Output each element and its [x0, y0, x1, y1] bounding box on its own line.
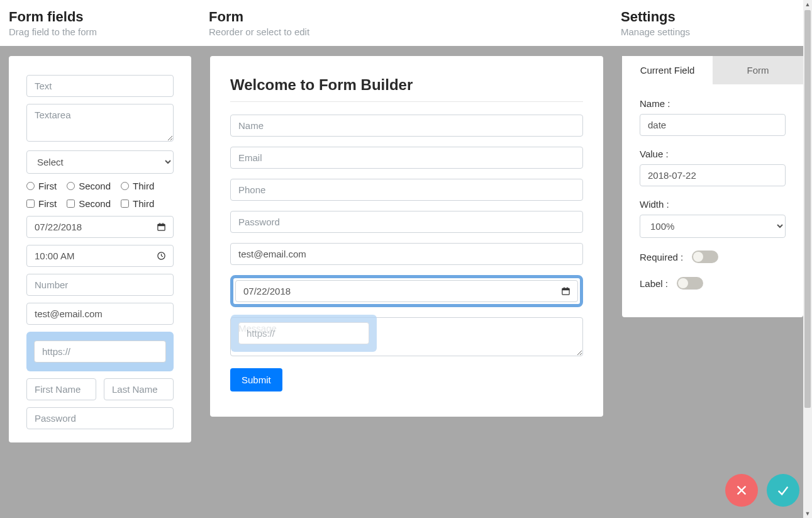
- confirm-button[interactable]: [767, 474, 799, 507]
- setting-width-select[interactable]: 100%: [640, 215, 786, 238]
- form-email2-field[interactable]: [230, 243, 583, 265]
- svg-rect-8: [562, 288, 569, 290]
- cancel-button[interactable]: [725, 474, 758, 507]
- check-second[interactable]: Second: [67, 198, 111, 209]
- form-selected-date-field[interactable]: [230, 275, 583, 307]
- palette-email-field[interactable]: [26, 303, 174, 325]
- submit-button[interactable]: Submit: [230, 368, 282, 391]
- check-icon: [776, 483, 790, 497]
- form-date-field[interactable]: [235, 280, 578, 302]
- form-email-field[interactable]: [230, 147, 583, 169]
- app-header: Form fields Drag field to the form Form …: [0, 0, 812, 46]
- header-fields-title: Form fields: [9, 9, 209, 25]
- palette-date-field[interactable]: [26, 216, 174, 238]
- field-palette: Select First Second Third First Second T…: [9, 56, 191, 442]
- form-title: Welcome to Form Builder: [230, 76, 583, 94]
- header-form-sub: Reorder or select to edit: [209, 26, 621, 37]
- check-third[interactable]: Third: [121, 198, 154, 209]
- palette-select-field[interactable]: Select: [26, 150, 174, 174]
- palette-number-field[interactable]: [26, 274, 174, 296]
- scroll-down-arrow[interactable]: ▼: [803, 509, 812, 512]
- palette-password-field[interactable]: [26, 407, 174, 429]
- vertical-scrollbar[interactable]: ▲ ▼: [803, 0, 812, 512]
- check-first[interactable]: First: [26, 198, 57, 209]
- setting-label-label: Label :: [640, 278, 668, 289]
- palette-textarea-field[interactable]: [26, 104, 174, 142]
- palette-firstname-field[interactable]: [26, 378, 96, 400]
- palette-time-field[interactable]: [26, 245, 174, 267]
- setting-width-label: Width :: [640, 199, 786, 210]
- setting-value-label: Value :: [640, 149, 786, 159]
- scroll-up-arrow[interactable]: ▲: [803, 0, 812, 9]
- form-divider: [230, 101, 583, 102]
- form-phone-field[interactable]: [230, 179, 583, 201]
- tab-form[interactable]: Form: [713, 56, 803, 84]
- workspace: Select First Second Third First Second T…: [0, 46, 812, 512]
- form-canvas[interactable]: Welcome to Form Builder Sub: [210, 56, 603, 417]
- header-fields-sub: Drag field to the form: [9, 26, 209, 37]
- scroll-thumb[interactable]: [804, 10, 811, 408]
- header-settings-title: Settings: [621, 9, 812, 25]
- form-message-field[interactable]: [230, 317, 583, 356]
- setting-required-toggle[interactable]: [692, 251, 718, 263]
- setting-name-input[interactable]: [640, 114, 786, 136]
- setting-required-label: Required :: [640, 252, 683, 262]
- clock-icon: [156, 251, 166, 261]
- palette-url-field[interactable]: [34, 341, 166, 363]
- close-icon: [735, 483, 748, 497]
- palette-checkbox-group[interactable]: First Second Third: [26, 198, 174, 209]
- setting-name-label: Name :: [640, 98, 786, 109]
- svg-rect-1: [157, 224, 164, 226]
- palette-radio-group[interactable]: First Second Third: [26, 181, 174, 191]
- palette-text-field[interactable]: [26, 75, 174, 97]
- radio-first[interactable]: First: [26, 181, 57, 191]
- settings-panel: Current Field Form Name : Value : Width …: [622, 56, 803, 317]
- setting-label-toggle[interactable]: [677, 277, 703, 290]
- form-name-field[interactable]: [230, 115, 583, 137]
- svg-line-6: [161, 256, 163, 257]
- palette-url-drag-source[interactable]: [26, 332, 174, 371]
- settings-tabs: Current Field Form: [622, 56, 803, 84]
- palette-lastname-field[interactable]: [104, 378, 174, 400]
- radio-third[interactable]: Third: [121, 181, 154, 191]
- setting-value-input[interactable]: [640, 164, 786, 186]
- header-form-title: Form: [209, 9, 621, 25]
- radio-second[interactable]: Second: [67, 181, 111, 191]
- form-password-field[interactable]: [230, 211, 583, 233]
- calendar-icon: [560, 286, 570, 296]
- header-settings-sub: Manage settings: [621, 26, 812, 37]
- tab-current-field[interactable]: Current Field: [622, 56, 713, 84]
- calendar-icon: [156, 222, 166, 232]
